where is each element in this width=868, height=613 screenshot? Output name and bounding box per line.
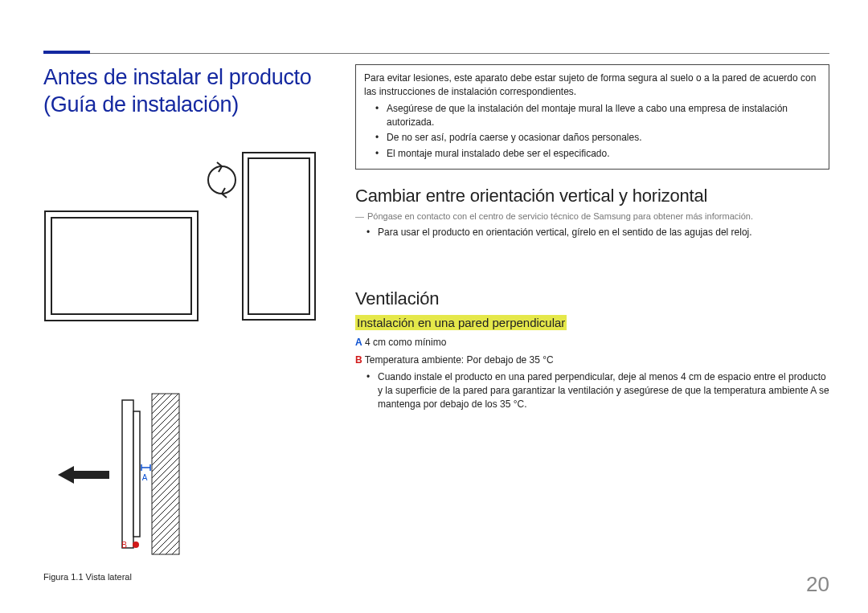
ventilation-section: Ventilación Instalación en una pared per… (355, 288, 829, 412)
orientation-item: Para usar el producto en orientación ver… (366, 226, 829, 239)
spec-b: B Temperatura ambiente: Por debajo de 35… (355, 354, 829, 366)
svg-rect-2 (243, 153, 315, 320)
svg-rect-12 (74, 471, 109, 479)
svg-rect-1 (51, 218, 191, 314)
spec-a: A 4 cm como mínimo (355, 337, 829, 348)
warning-item: De no ser así, podría caerse y ocasionar… (375, 131, 821, 145)
svg-point-11 (133, 541, 139, 548)
orientation-note: ―Póngase en contacto con el centro de se… (355, 211, 829, 221)
svg-rect-0 (45, 211, 198, 321)
label-a: A (142, 473, 148, 482)
warning-lead: Para evitar lesiones, este aparato debe … (364, 72, 821, 99)
manual-page: Antes de instalar el producto (Guía de i… (0, 0, 868, 613)
warning-list: Asegúrese de que la instalación del mont… (364, 102, 821, 161)
ventilation-subheading: Instalación en una pared perpendicular (355, 315, 567, 330)
page-title: Antes de instalar el producto (Guía de i… (43, 64, 323, 119)
side-view-illustration: A B (43, 387, 260, 564)
ventilation-item: Cuando instale el producto en una pared … (366, 370, 829, 412)
label-b: B (121, 541, 127, 550)
page-number: 20 (806, 572, 829, 597)
svg-rect-7 (133, 411, 140, 537)
right-column: Para evitar lesiones, este aparato debe … (355, 64, 829, 582)
svg-rect-3 (248, 158, 309, 314)
header-accent (43, 51, 90, 54)
warning-box: Para evitar lesiones, este aparato debe … (355, 64, 829, 170)
orientation-list: Para usar el producto en orientación ver… (355, 226, 829, 239)
ventilation-list: Cuando instale el producto en una pared … (355, 370, 829, 412)
orientation-heading: Cambiar entre orientación vertical y hor… (355, 186, 829, 206)
figure-caption: Figura 1.1 Vista lateral (43, 572, 323, 582)
warning-item: Asegúrese de que la instalación del mont… (375, 102, 821, 130)
header-rule (43, 53, 829, 54)
warning-item: El montaje mural instalado debe ser el e… (375, 147, 821, 161)
left-column: Antes de instalar el producto (Guía de i… (43, 64, 323, 582)
orientation-illustration (43, 151, 317, 332)
svg-point-4 (208, 166, 235, 194)
ventilation-heading: Ventilación (355, 288, 829, 309)
svg-rect-6 (122, 400, 133, 548)
svg-rect-5 (152, 394, 179, 554)
svg-marker-13 (58, 466, 74, 484)
